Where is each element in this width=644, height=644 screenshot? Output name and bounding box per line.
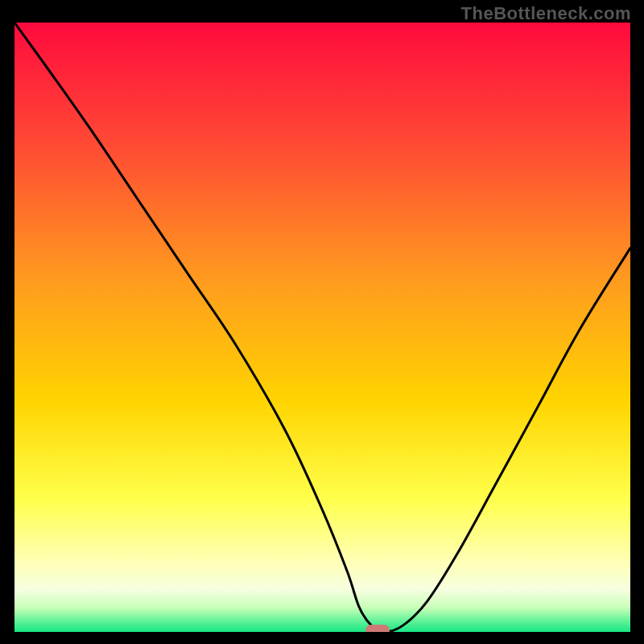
- plot-area: [14, 23, 630, 632]
- gradient-background: [14, 23, 630, 632]
- chart-frame: TheBottleneck.com: [0, 0, 644, 644]
- watermark-text: TheBottleneck.com: [461, 3, 631, 24]
- chart-svg: [14, 23, 630, 632]
- minimum-marker: [365, 625, 390, 632]
